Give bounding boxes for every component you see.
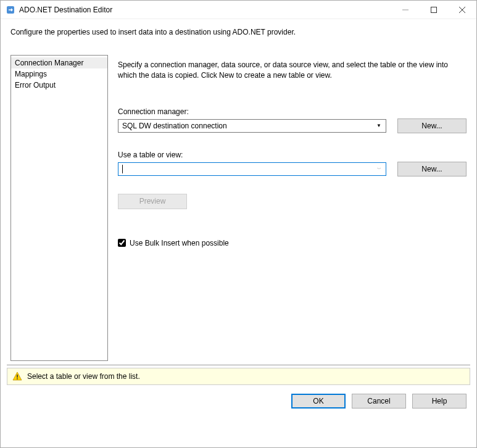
new-table-button[interactable]: New...	[397, 162, 467, 176]
title-bar: ADO.NET Destination Editor	[1, 1, 476, 19]
help-button[interactable]: Help	[412, 394, 467, 409]
svg-rect-6	[17, 378, 18, 380]
sidebar: Connection Manager Mappings Error Output	[10, 55, 108, 361]
dialog-footer: OK Cancel Help	[1, 385, 476, 415]
ok-button[interactable]: OK	[291, 394, 346, 409]
main-area: Connection Manager Mappings Error Output…	[10, 55, 467, 361]
sidebar-item-error-output[interactable]: Error Output	[11, 80, 107, 91]
connection-manager-label: Connection manager:	[118, 107, 467, 116]
status-message: Select a table or view from the list.	[27, 372, 140, 381]
window-controls	[391, 1, 476, 19]
window-title: ADO.NET Destination Editor	[19, 6, 391, 14]
app-icon	[6, 5, 15, 15]
maximize-button[interactable]	[420, 1, 448, 19]
status-bar: Select a table or view from the list.	[7, 365, 470, 385]
svg-rect-2	[431, 7, 437, 12]
text-cursor	[122, 165, 123, 173]
sidebar-item-mappings[interactable]: Mappings	[11, 68, 107, 80]
table-label: Use a table or view:	[118, 151, 467, 159]
preview-button: Preview	[118, 194, 187, 209]
new-connection-button[interactable]: New...	[397, 118, 467, 133]
close-button[interactable]	[448, 1, 476, 19]
pane-instructions: Specify a connection manager, data sourc…	[118, 60, 467, 81]
chevron-down-icon: ﹀	[373, 163, 384, 175]
svg-line-3	[459, 7, 465, 13]
warning-icon	[12, 371, 22, 381]
svg-line-4	[459, 7, 465, 13]
connection-manager-value: SQL DW destination connection	[122, 122, 227, 130]
connection-manager-dropdown[interactable]: SQL DW destination connection ▼	[118, 119, 386, 133]
sidebar-item-connection-manager[interactable]: Connection Manager	[11, 57, 107, 68]
cancel-button[interactable]: Cancel	[352, 394, 406, 409]
content-area: Configure the properties used to insert …	[1, 19, 476, 365]
svg-rect-5	[17, 375, 18, 378]
right-pane: Specify a connection manager, data sourc…	[118, 55, 467, 361]
page-description: Configure the properties used to insert …	[10, 28, 467, 36]
bulk-insert-checkbox[interactable]	[118, 239, 126, 247]
bulk-insert-label: Use Bulk Insert when possible	[130, 239, 229, 247]
minimize-button[interactable]	[391, 1, 420, 19]
status-message-row: Select a table or view from the list.	[7, 368, 470, 385]
chevron-down-icon: ▼	[373, 120, 384, 131]
table-dropdown[interactable]: ﹀	[118, 162, 386, 176]
